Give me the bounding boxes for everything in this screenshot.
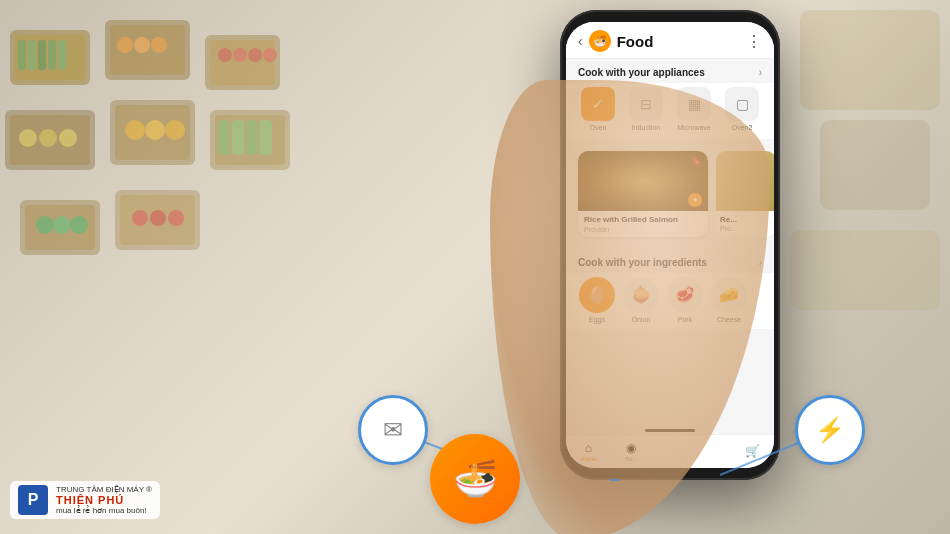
watermark-line3: mua lẻ rẻ hơn mua buôn!: [56, 506, 152, 515]
svg-rect-31: [232, 120, 244, 155]
svg-rect-13: [210, 40, 275, 85]
lightning-icon: ⚡: [815, 416, 845, 444]
appliances-title: Cook with your appliances: [578, 67, 705, 78]
watermark: P TRUNG TÂM ĐIỆN MÁY ® THIÊN PHÚ mua lẻ …: [10, 481, 160, 519]
svg-point-42: [150, 210, 166, 226]
page-title: Food: [617, 33, 654, 50]
svg-point-25: [125, 120, 145, 140]
svg-point-36: [36, 216, 54, 234]
svg-rect-5: [48, 40, 56, 70]
message-icon: ✉: [383, 416, 403, 444]
svg-point-15: [233, 48, 247, 62]
svg-rect-3: [28, 40, 36, 70]
food-app-icon: 🍜: [589, 30, 611, 52]
svg-point-26: [145, 120, 165, 140]
svg-point-37: [53, 216, 71, 234]
app-header: ‹ 🍜 Food ⋮: [566, 22, 774, 59]
svg-point-22: [59, 129, 77, 147]
svg-point-20: [19, 129, 37, 147]
svg-rect-32: [246, 120, 258, 155]
svg-point-43: [168, 210, 184, 226]
cart-nav-icon: 🛒: [745, 444, 760, 458]
svg-point-9: [117, 37, 133, 53]
svg-point-38: [70, 216, 88, 234]
header-left: ‹ 🍜 Food: [578, 30, 653, 52]
svg-rect-44: [800, 10, 940, 110]
more-button[interactable]: ⋮: [746, 32, 762, 51]
svg-rect-33: [260, 120, 272, 155]
power-circle[interactable]: ⚡: [795, 395, 865, 465]
watermark-text: TRUNG TÂM ĐIỆN MÁY ® THIÊN PHÚ mua lẻ rẻ…: [56, 485, 152, 515]
watermark-line1: TRUNG TÂM ĐIỆN MÁY ®: [56, 485, 152, 494]
svg-rect-30: [218, 120, 230, 155]
app-logo-circle[interactable]: 🍜: [430, 434, 520, 524]
svg-point-21: [39, 129, 57, 147]
svg-rect-2: [18, 40, 26, 70]
svg-point-17: [263, 48, 277, 62]
watermark-logo: P: [18, 485, 48, 515]
nav-cart[interactable]: 🛒: [745, 444, 760, 459]
watermark-line2: THIÊN PHÚ: [56, 494, 152, 506]
svg-rect-4: [38, 40, 46, 70]
svg-point-11: [151, 37, 167, 53]
phone-area: ‹ 🍜 Food ⋮ Cook with your appliances › ✓…: [520, 0, 820, 534]
svg-point-16: [248, 48, 262, 62]
svg-point-41: [132, 210, 148, 226]
message-circle[interactable]: ✉: [358, 395, 428, 465]
svg-point-27: [165, 120, 185, 140]
svg-point-14: [218, 48, 232, 62]
app-logo-icon: 🍜: [453, 458, 498, 500]
svg-rect-45: [820, 120, 930, 210]
svg-rect-6: [58, 40, 66, 70]
back-button[interactable]: ‹: [578, 33, 583, 49]
svg-point-10: [134, 37, 150, 53]
appliances-arrow[interactable]: ›: [759, 67, 762, 78]
